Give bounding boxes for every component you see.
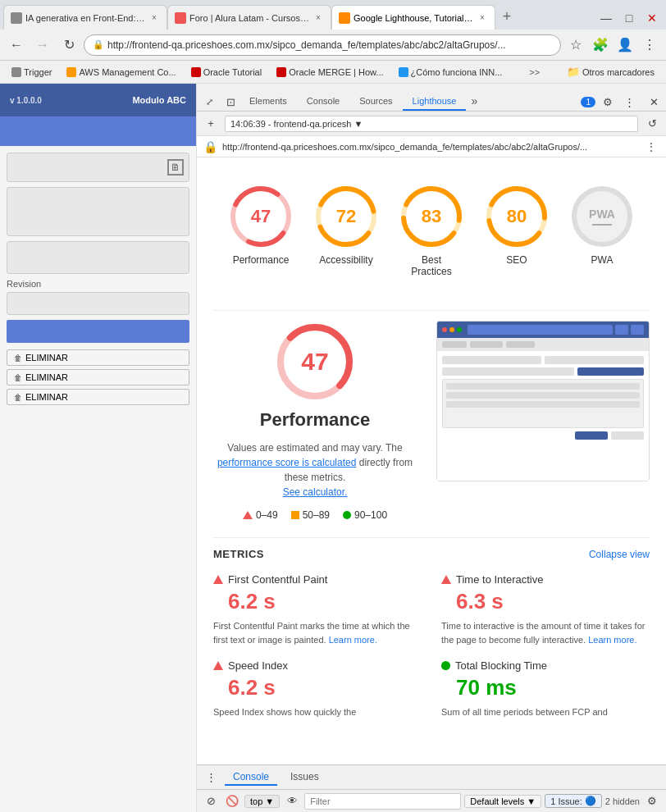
bookmark-oracle-merge[interactable]: Oracle MERGE | How... <box>271 66 388 79</box>
devtools-settings-button[interactable]: ⚙ <box>599 93 617 111</box>
console-clear-button[interactable]: ⊘ <box>202 792 220 810</box>
console-more-button[interactable]: ⋮ <box>202 769 220 787</box>
eliminar-icon-2: 🗑 <box>14 373 22 382</box>
profile-button[interactable]: 👤 <box>614 34 636 57</box>
tab-more-button[interactable]: » <box>466 91 482 111</box>
app-mid-panel <box>7 187 189 236</box>
devtools-close-button[interactable]: ✕ <box>645 93 663 111</box>
tab-sources[interactable]: Sources <box>349 93 402 111</box>
tab-1-close[interactable]: × <box>148 12 160 24</box>
address-bar[interactable]: 🔒 http://frontend-qa.priceshoes.com.mx/s… <box>84 34 561 56</box>
console-top-selector[interactable]: top ▼ <box>244 795 280 808</box>
tab-1[interactable]: IA generativa en Front-End: t... × <box>3 5 167 30</box>
perf-divider <box>213 537 650 538</box>
bookmark-inn-favicon <box>399 67 408 77</box>
console-toolbar: ⊘ 🚫 top ▼ 👁 Default levels ▼ 1 Issue: 🔵 … <box>197 789 666 812</box>
metric-speed-name: Speed Index <box>228 659 288 672</box>
tab-3-close[interactable]: × <box>477 12 488 24</box>
console-settings-button[interactable]: ⚙ <box>643 792 661 810</box>
tab-console[interactable]: Console <box>297 93 349 111</box>
bookmark-trigger[interactable]: Trigger <box>7 66 57 79</box>
tab-2-label: Foro | Alura Latam - Cursos o... <box>189 13 309 23</box>
bookmark-oracle[interactable]: Oracle Tutorial <box>186 66 267 79</box>
bookmark-inn[interactable]: ¿Cómo funciona INN... <box>394 66 508 79</box>
lighthouse-content: 47 Performance 72 Accessibility <box>197 157 666 764</box>
bookmark-folder[interactable]: 📁 Otros marcadores <box>562 64 659 80</box>
bookmark-aws[interactable]: AWS Management Co... <box>62 66 180 79</box>
reload-button[interactable]: ↻ <box>57 34 80 57</box>
ss-btn-blue <box>577 367 644 376</box>
accessibility-circle-svg: 72 <box>313 184 379 249</box>
bookmark-star-button[interactable]: ☆ <box>564 34 587 57</box>
console-tab[interactable]: Console <box>225 769 277 786</box>
console-eye-button[interactable]: 👁 <box>283 792 301 810</box>
performance-detail-section: 47 Performance Values are estimated and … <box>213 321 650 521</box>
ss-form-row2 <box>442 367 644 376</box>
metric-speed: Speed Index 6.2 s Speed Index shows how … <box>213 659 422 719</box>
perf-score-link[interactable]: performance score is calculated <box>217 457 356 468</box>
default-levels-label: Default levels ▼ <box>470 796 536 806</box>
revision-label: Revision <box>7 279 41 289</box>
left-app-sidebar: v 1.0.0.0 Modulo ABC 🗎 Revision <box>0 84 197 812</box>
tab-elements[interactable]: Elements <box>239 93 297 111</box>
scores-row: 47 Performance 72 Accessibility <box>213 171 650 290</box>
performance-label: Performance <box>233 254 290 266</box>
reload-audit-button[interactable]: + <box>202 115 220 133</box>
maximize-button[interactable]: □ <box>618 10 640 26</box>
tab-2[interactable]: Foro | Alura Latam - Cursos o... × <box>167 5 331 30</box>
minimize-button[interactable]: — <box>595 10 617 26</box>
console-filter-input[interactable] <box>304 793 461 810</box>
reload-page-button[interactable]: ↺ <box>643 115 661 133</box>
metric-fcp-learn[interactable]: Learn more. <box>329 635 377 645</box>
tab-2-close[interactable]: × <box>312 12 324 24</box>
eliminar-label-1: ELIMINAR <box>25 353 68 363</box>
devtools-more-button[interactable]: ⋮ <box>620 93 638 111</box>
issue-flag-icon: 🔵 <box>585 796 596 806</box>
default-levels-selector[interactable]: Default levels ▼ <box>464 795 541 808</box>
browser-window: IA generativa en Front-End: t... × Foro … <box>0 0 666 812</box>
new-tab-button[interactable]: + <box>495 5 518 28</box>
ss-btn1 <box>615 325 628 335</box>
blue-action-bar[interactable] <box>7 320 189 343</box>
menu-button[interactable]: ⋮ <box>638 34 661 57</box>
extensions-button[interactable]: 🧩 <box>589 34 612 57</box>
app-content-area: 🗎 Revision 🗑 ELIMINAR 🗑 <box>0 146 196 812</box>
metric-fcp-name: First Contentful Paint <box>228 573 327 586</box>
app-icon-button[interactable]: 🗎 <box>167 159 184 176</box>
console-filter-button[interactable]: 🚫 <box>223 792 241 810</box>
metric-tti-header: Time to Interactive <box>441 573 650 586</box>
app-module: Modulo ABC <box>132 95 186 105</box>
ss-nav-item2 <box>470 341 503 348</box>
pwa-circle-svg: PWA <box>569 184 635 249</box>
eliminar-button-3[interactable]: 🗑 ELIMINAR <box>7 389 189 405</box>
bookmark-oracle-merge-favicon <box>276 67 286 77</box>
performance-description: Values are estimated and may vary. The p… <box>213 440 417 500</box>
back-button[interactable]: ← <box>5 34 28 57</box>
issue-badge[interactable]: 1 Issue: 🔵 <box>545 794 602 808</box>
file-icon: 🗎 <box>171 162 180 173</box>
devtools-dock-button[interactable]: ⤢ <box>200 93 218 111</box>
svg-text:83: 83 <box>422 206 441 226</box>
ss-bottom-btn2 <box>611 431 644 440</box>
eliminar-button-2[interactable]: 🗑 ELIMINAR <box>7 369 189 385</box>
metric-tti-desc: Time to interactive is the amount of tim… <box>441 619 650 646</box>
bookmark-trigger-label: Trigger <box>24 67 52 77</box>
forward-button[interactable]: → <box>31 34 54 57</box>
see-calculator-link[interactable]: See calculator. <box>283 486 348 498</box>
collapse-view-button[interactable]: Collapse view <box>589 549 650 560</box>
ss-field1 <box>442 356 541 364</box>
close-button[interactable]: ✕ <box>641 10 663 26</box>
devtools-right-buttons: 1 ⚙ ⋮ ✕ <box>581 93 663 111</box>
eliminar-button-1[interactable]: 🗑 ELIMINAR <box>7 349 189 366</box>
scores-divider <box>213 310 650 311</box>
url-menu-button[interactable]: ⋮ <box>643 139 659 155</box>
bookmark-oracle-label: Oracle Tutorial <box>203 67 262 77</box>
devtools-layout-button[interactable]: ⊡ <box>221 93 239 111</box>
issues-tab[interactable]: Issues <box>282 769 327 786</box>
more-tabs-indicator[interactable]: >> <box>529 67 540 77</box>
tab-lighthouse[interactable]: Lighthouse <box>403 93 467 111</box>
devtools-panel: ⤢ ⊡ Elements Console Sources Lighthouse … <box>197 84 666 812</box>
metric-tti-learn[interactable]: Learn more. <box>588 635 636 645</box>
tab-3[interactable]: Google Lighthouse, Tutorial P... × <box>331 5 495 30</box>
issues-badge[interactable]: 1 <box>581 97 595 107</box>
